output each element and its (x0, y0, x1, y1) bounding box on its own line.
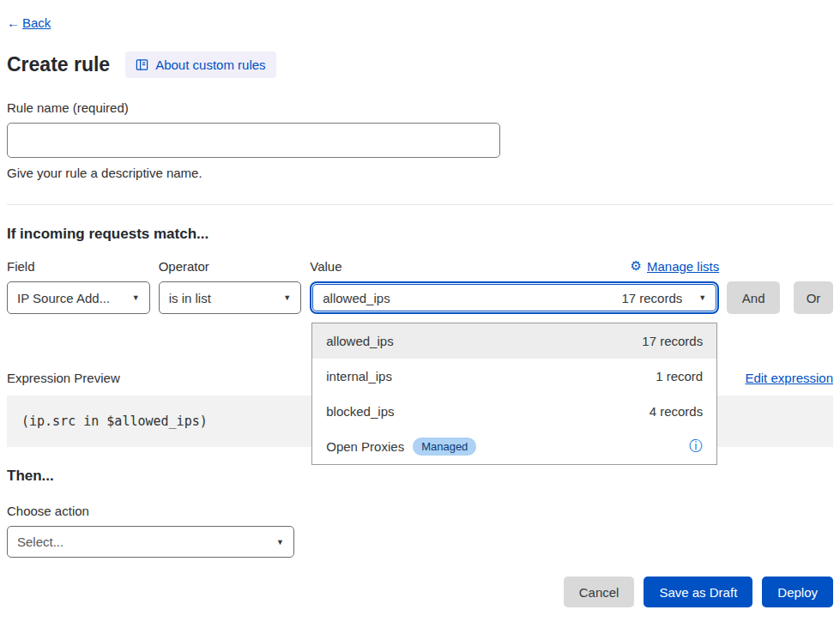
and-button[interactable]: And (727, 281, 780, 314)
match-condition-row: Field IP Source Add... ▼ Operator is in … (7, 258, 833, 314)
field-select-value: IP Source Add... (17, 291, 110, 305)
field-select[interactable]: IP Source Add... ▼ (7, 281, 150, 314)
value-select-focus-ring: allowed_ips 17 records ▼ (310, 281, 719, 314)
chevron-down-icon: ▼ (283, 293, 291, 302)
value-select-records: 17 records (621, 291, 682, 305)
deploy-button[interactable]: Deploy (762, 577, 833, 607)
rule-name-label: Rule name (required) (7, 100, 833, 115)
manage-lists-link[interactable]: ⚙ Manage lists (631, 258, 720, 274)
operator-column: Operator is in list ▼ (159, 259, 302, 314)
list-item-detail: 17 records (642, 334, 703, 348)
page-title: Create rule (7, 53, 110, 76)
value-select-value: allowed_ips (323, 291, 390, 305)
about-custom-rules-label: About custom rules (155, 57, 265, 72)
list-item-allowed-ips[interactable]: allowed_ips 17 records (312, 323, 716, 359)
value-label: Value (310, 259, 341, 274)
list-item-name: Open Proxies (326, 439, 404, 454)
value-select-right: 17 records ▼ (621, 291, 706, 305)
footer-actions: Cancel Save as Draft Deploy (7, 577, 833, 623)
value-label-row: Value ⚙ Manage lists (310, 258, 719, 274)
list-item-internal-ips[interactable]: internal_ips 1 record (312, 359, 716, 394)
list-item-blocked-ips[interactable]: blocked_ips 4 records (312, 394, 716, 429)
list-item-open-proxies[interactable]: Open Proxies Managed ⓘ (312, 429, 716, 464)
list-item-name: blocked_ips (326, 404, 394, 419)
then-section-heading: Then... (7, 468, 833, 485)
cancel-button[interactable]: Cancel (564, 577, 635, 607)
action-select[interactable]: Select... ▼ (7, 526, 294, 558)
gear-icon: ⚙ (631, 258, 642, 274)
operator-select-value: is in list (169, 291, 211, 305)
chevron-down-icon: ▼ (276, 538, 284, 546)
match-section-heading: If incoming requests match... (7, 226, 833, 243)
chevron-down-icon: ▼ (698, 293, 706, 302)
managed-badge: Managed (413, 438, 476, 456)
value-column: Value ⚙ Manage lists allowed_ips 17 reco… (310, 258, 719, 314)
back-arrow-icon: ← (7, 15, 20, 30)
back-link[interactable]: ←Back (7, 15, 51, 30)
info-icon[interactable]: ⓘ (689, 438, 703, 456)
field-label: Field (7, 259, 150, 274)
back-link-label: Back (22, 15, 51, 30)
save-as-draft-button[interactable]: Save as Draft (644, 577, 752, 607)
operator-label: Operator (159, 259, 302, 274)
list-item-left: Open Proxies Managed (326, 438, 476, 456)
book-icon (136, 58, 148, 71)
or-button[interactable]: Or (794, 281, 833, 314)
field-column: Field IP Source Add... ▼ (7, 259, 150, 314)
section-divider (7, 204, 833, 205)
manage-lists-label: Manage lists (647, 259, 719, 274)
title-row: Create rule About custom rules (7, 51, 833, 78)
edit-expression-link[interactable]: Edit expression (745, 371, 833, 385)
rule-name-help-text: Give your rule a descriptive name. (7, 166, 833, 180)
choose-action-label: Choose action (7, 504, 833, 518)
create-rule-page: ←Back Create rule About custom rules Rul… (0, 0, 840, 623)
list-item-name: internal_ips (326, 369, 392, 383)
value-select[interactable]: allowed_ips 17 records ▼ (312, 284, 716, 311)
chevron-down-icon: ▼ (132, 293, 140, 302)
about-custom-rules-link[interactable]: About custom rules (125, 51, 275, 78)
rule-name-input[interactable] (7, 123, 500, 158)
expression-preview-label: Expression Preview (7, 371, 120, 385)
value-dropdown-menu: allowed_ips 17 records internal_ips 1 re… (311, 323, 717, 465)
list-item-detail: 1 record (656, 369, 703, 383)
action-select-placeholder: Select... (17, 534, 63, 549)
operator-select[interactable]: is in list ▼ (159, 281, 302, 314)
list-item-name: allowed_ips (326, 334, 393, 348)
list-item-detail: 4 records (650, 404, 704, 419)
